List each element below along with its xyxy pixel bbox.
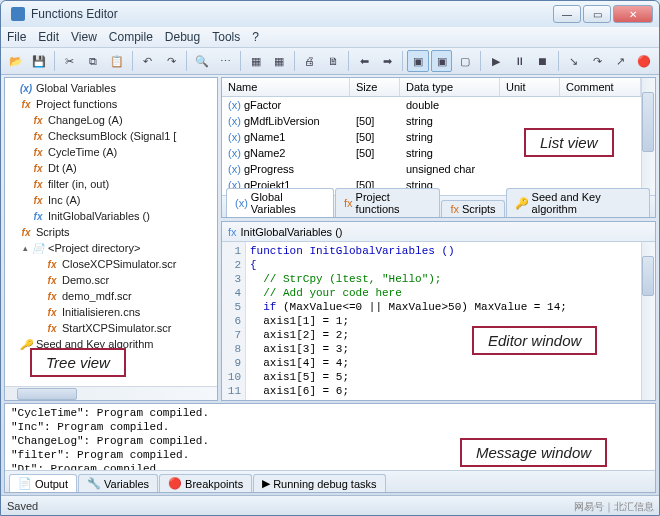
- menu-file[interactable]: File: [7, 30, 26, 44]
- tab-variables[interactable]: 🔧Variables: [78, 474, 158, 492]
- editor-header: fxInitGlobalVariables (): [222, 222, 655, 242]
- status-text: Saved: [7, 500, 38, 512]
- list-row[interactable]: (x) gFactordouble: [222, 97, 641, 113]
- tree-item[interactable]: CycleTime (A): [48, 146, 117, 158]
- toolbar-fwd-icon[interactable]: ➡: [377, 50, 399, 72]
- tab-output[interactable]: 📄Output: [9, 474, 77, 492]
- code-editor[interactable]: 1234567891011 function InitGlobalVariabl…: [222, 242, 641, 400]
- toolbar-find-icon[interactable]: 🔍: [191, 50, 213, 72]
- list-row[interactable]: (x) gMdfLibVersion[50]string: [222, 113, 641, 129]
- tab-projfns[interactable]: fxProject functions: [335, 188, 440, 217]
- tab-breakpoints[interactable]: 🔴Breakpoints: [159, 474, 252, 492]
- toolbar-save-icon[interactable]: 💾: [29, 50, 51, 72]
- toolbar-stepinto-icon[interactable]: ↘: [563, 50, 585, 72]
- toolbar-redo-icon[interactable]: ↷: [160, 50, 182, 72]
- menu-debug[interactable]: Debug: [165, 30, 200, 44]
- tree-globals[interactable]: Global Variables: [36, 82, 116, 94]
- tree-hscroll[interactable]: [5, 386, 217, 400]
- col-name[interactable]: Name: [222, 78, 350, 96]
- tab-globals[interactable]: (x)Global Variables: [226, 188, 334, 217]
- toolbar-open-icon[interactable]: 📂: [5, 50, 27, 72]
- line-gutter: 1234567891011: [222, 242, 246, 400]
- app-icon: [11, 7, 25, 21]
- toolbar-print-icon[interactable]: 🖨: [299, 50, 321, 72]
- toolbar-preview-icon[interactable]: 🗎: [323, 50, 345, 72]
- menu-bar: File Edit View Compile Debug Tools ?: [1, 27, 659, 47]
- toolbar-pause-icon[interactable]: ⏸: [509, 50, 531, 72]
- toolbar-panel3-icon[interactable]: ▢: [454, 50, 476, 72]
- tree-item[interactable]: Demo.scr: [62, 274, 109, 286]
- tree-item[interactable]: filter (in, out): [48, 178, 109, 190]
- toolbar-bp-icon[interactable]: 🔴: [633, 50, 655, 72]
- close-button[interactable]: ✕: [613, 5, 653, 23]
- tree-item[interactable]: Inc (A): [48, 194, 80, 206]
- toolbar-btn-icon[interactable]: ⋯: [214, 50, 236, 72]
- toolbar-stepout-icon[interactable]: ↗: [610, 50, 632, 72]
- col-unit[interactable]: Unit: [500, 78, 560, 96]
- toolbar-paste-icon[interactable]: 📋: [106, 50, 128, 72]
- tab-scripts[interactable]: fxScripts: [441, 200, 504, 217]
- titlebar[interactable]: Functions Editor — ▭ ✕: [1, 1, 659, 27]
- toolbar-build-icon[interactable]: ▦: [269, 50, 291, 72]
- editor-title: InitGlobalVariables (): [241, 226, 343, 238]
- tab-seedkey[interactable]: 🔑Seed and Key algorithm: [506, 188, 650, 217]
- callout-msg: Message window: [460, 438, 607, 467]
- status-bar: Saved: [1, 495, 659, 515]
- list-vscroll[interactable]: [641, 78, 655, 195]
- tree-item[interactable]: StartXCPSimulator.scr: [62, 322, 171, 334]
- window-title: Functions Editor: [31, 7, 553, 21]
- menu-view[interactable]: View: [71, 30, 97, 44]
- toolbar-back-icon[interactable]: ⬅: [353, 50, 375, 72]
- callout-tree: Tree view: [30, 348, 126, 377]
- tree-item[interactable]: InitGlobalVariables (): [48, 210, 150, 222]
- toolbar-panel1-icon[interactable]: ▣: [407, 50, 429, 72]
- toolbar-stop-icon[interactable]: ⏹: [532, 50, 554, 72]
- toolbar-cut-icon[interactable]: ✂: [59, 50, 81, 72]
- col-size[interactable]: Size: [350, 78, 400, 96]
- tab-tasks[interactable]: ▶Running debug tasks: [253, 474, 385, 492]
- output-tabbar: 📄Output 🔧Variables 🔴Breakpoints ▶Running…: [5, 470, 655, 492]
- menu-help[interactable]: ?: [252, 30, 259, 44]
- editor-panel: fxInitGlobalVariables () 1234567891011 f…: [221, 221, 656, 401]
- tree-item[interactable]: Dt (A): [48, 162, 77, 174]
- toolbar-run-icon[interactable]: ▶: [485, 50, 507, 72]
- tree-item[interactable]: demo_mdf.scr: [62, 290, 132, 302]
- col-type[interactable]: Data type: [400, 78, 500, 96]
- callout-list: List view: [524, 128, 614, 157]
- toolbar-stepover-icon[interactable]: ↷: [586, 50, 608, 72]
- tree-item[interactable]: CloseXCPSimulator.scr: [62, 258, 176, 270]
- tree-item[interactable]: ChangeLog (A): [48, 114, 123, 126]
- tree-projfns[interactable]: Project functions: [36, 98, 117, 110]
- menu-tools[interactable]: Tools: [212, 30, 240, 44]
- col-comment[interactable]: Comment: [560, 78, 641, 96]
- tree-projdir[interactable]: <Project directory>: [48, 242, 140, 254]
- tree-item[interactable]: Initialisieren.cns: [62, 306, 140, 318]
- folder-icon: 📄: [31, 241, 45, 255]
- list-tabbar: (x)Global Variables fxProject functions …: [222, 195, 655, 217]
- tree-item[interactable]: ChecksumBlock (Signal1 [: [48, 130, 176, 142]
- list-row[interactable]: (x) gProgressunsigned char: [222, 161, 641, 177]
- toolbar-panel2-icon[interactable]: ▣: [431, 50, 453, 72]
- toolbar: 📂 💾 ✂ ⧉ 📋 ↶ ↷ 🔍 ⋯ ▦ ▦ 🖨 🗎 ⬅ ➡ ▣ ▣ ▢ ▶ ⏸ …: [1, 47, 659, 75]
- tree-view[interactable]: (x)Global Variables fxProject functions …: [5, 78, 217, 386]
- callout-editor: Editor window: [472, 326, 597, 355]
- tree-scripts[interactable]: Scripts: [36, 226, 70, 238]
- toolbar-copy-icon[interactable]: ⧉: [83, 50, 105, 72]
- menu-edit[interactable]: Edit: [38, 30, 59, 44]
- list-header[interactable]: Name Size Data type Unit Comment: [222, 78, 641, 97]
- minimize-button[interactable]: —: [553, 5, 581, 23]
- code-lines[interactable]: function InitGlobalVariables (){ // StrC…: [246, 242, 641, 400]
- menu-compile[interactable]: Compile: [109, 30, 153, 44]
- toolbar-undo-icon[interactable]: ↶: [137, 50, 159, 72]
- editor-vscroll[interactable]: [641, 242, 655, 400]
- watermark: 网易号｜北汇信息: [574, 500, 654, 514]
- maximize-button[interactable]: ▭: [583, 5, 611, 23]
- toolbar-compile-icon[interactable]: ▦: [245, 50, 267, 72]
